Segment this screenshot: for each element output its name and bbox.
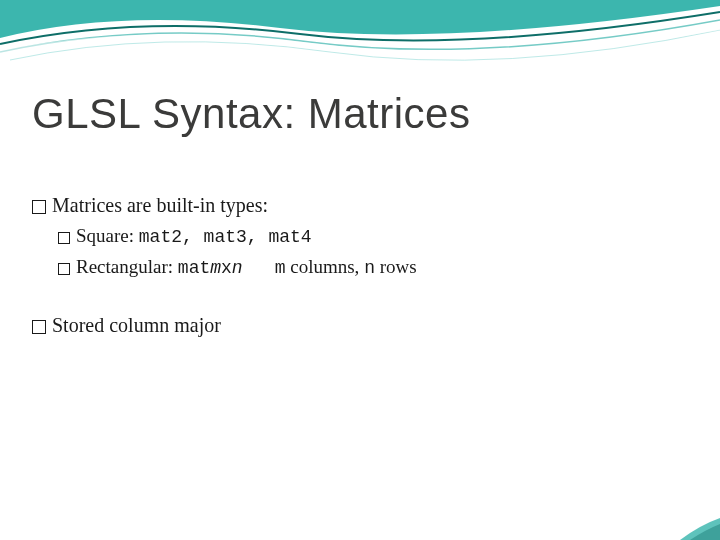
sub-bullet-rectangular: Rectangular: matmxnm columns, n rows bbox=[58, 253, 417, 282]
columns-note: m columns, n rows bbox=[275, 256, 417, 277]
slide-title: GLSL Syntax: Matrices bbox=[32, 90, 470, 138]
sub-bullet-square: Square: mat2, mat3, mat4 bbox=[58, 222, 417, 251]
note-n: n bbox=[364, 258, 375, 278]
sub-label: Rectangular: bbox=[76, 256, 178, 277]
corner-decoration bbox=[660, 500, 720, 540]
code-x: x bbox=[221, 258, 232, 278]
bullet-text: Stored column major bbox=[52, 310, 221, 340]
code-prefix: mat bbox=[178, 258, 210, 278]
sub-label: Square: bbox=[76, 225, 139, 246]
bullet-text: Matrices are built-in types: bbox=[52, 190, 268, 220]
bullet-stored-column-major: Stored column major bbox=[32, 310, 417, 340]
bullet-matrices-builtin: Matrices are built-in types: bbox=[32, 190, 417, 220]
code-n: n bbox=[232, 258, 243, 278]
sub-bullet-content: Rectangular: matmxnm columns, n rows bbox=[76, 253, 417, 282]
bullet-icon bbox=[58, 263, 70, 275]
code-text: mat2, mat3, mat4 bbox=[139, 227, 312, 247]
bullet-icon bbox=[58, 232, 70, 244]
slide-content: Matrices are built-in types: Square: mat… bbox=[32, 190, 417, 342]
sub-bullet-content: Square: mat2, mat3, mat4 bbox=[76, 222, 312, 251]
note-end: rows bbox=[375, 256, 417, 277]
code-m: m bbox=[210, 258, 221, 278]
bullet-icon bbox=[32, 320, 46, 334]
header-wave bbox=[0, 0, 720, 90]
note-m: m bbox=[275, 258, 286, 278]
bullet-icon bbox=[32, 200, 46, 214]
note-mid: columns, bbox=[285, 256, 364, 277]
